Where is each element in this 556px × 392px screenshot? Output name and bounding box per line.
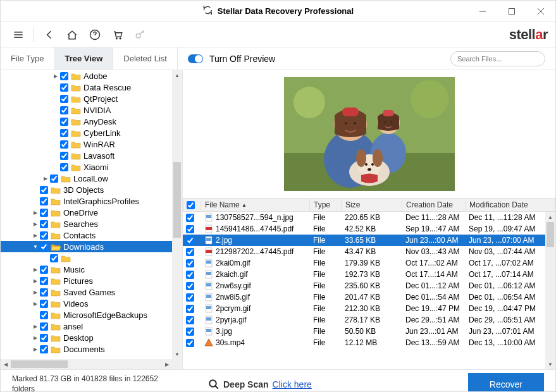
tree-item[interactable]: ▶Saved Games (1, 286, 172, 298)
tree-checkbox[interactable] (40, 220, 48, 228)
tree-checkbox[interactable] (40, 288, 48, 297)
tree-checkbox[interactable] (60, 95, 68, 103)
tab-deleted-list[interactable]: Deleted List (113, 47, 178, 70)
cart-button[interactable] (108, 25, 128, 45)
expand-icon[interactable]: ▶ (31, 267, 40, 273)
tree-checkbox[interactable] (60, 118, 68, 126)
table-row[interactable]: 2kaich.gifFile192.73 KBOct 17...:14 AMOc… (183, 269, 555, 280)
tree-item[interactable]: ▶OneDrive (1, 207, 172, 218)
tree[interactable]: ▶AdobeData RescueQtProjectNVIDIAAnyDeskC… (1, 70, 172, 359)
tree-item[interactable]: ▶Music (1, 264, 172, 275)
maximize-button[interactable] (497, 1, 526, 22)
tree-checkbox[interactable] (40, 243, 48, 251)
tree-checkbox[interactable] (40, 266, 48, 274)
table-row[interactable]: 30s.mp4File12.12 MBDec 13...:59 AMDec 13… (183, 337, 555, 348)
tree-item[interactable]: ▶ansel (1, 321, 172, 332)
expand-icon[interactable]: ▶ (51, 73, 60, 79)
expand-icon[interactable]: ▶ (31, 301, 40, 307)
table-row[interactable]: 130758527...594_n.jpgFile220.65 KBDec 11… (183, 212, 555, 223)
tree-item[interactable]: Lavasoft (1, 150, 172, 161)
tree-checkbox[interactable] (40, 300, 48, 308)
expand-icon[interactable]: ▶ (31, 233, 40, 238)
row-checkbox[interactable] (186, 328, 194, 336)
tab-file-type[interactable]: File Type (1, 47, 55, 70)
expand-icon[interactable]: ▶ (31, 290, 40, 295)
column-header-creation-date[interactable]: Creation Date (402, 199, 466, 211)
table-row[interactable]: 145941486...47445.pdfFile42.52 KBSep 19.… (183, 223, 555, 235)
tree-checkbox[interactable] (60, 83, 68, 92)
tree-item[interactable]: WinRAR (1, 138, 172, 150)
row-checkbox[interactable] (186, 248, 194, 256)
tree-checkbox[interactable] (40, 231, 48, 240)
tree-item[interactable]: Data Rescue (1, 82, 172, 93)
row-checkbox[interactable] (186, 339, 194, 347)
table-row[interactable]: 2kai0m.gifFile179.39 KBOct 17...:02 AMOc… (183, 257, 555, 269)
tree-checkbox[interactable] (40, 322, 48, 331)
expand-icon[interactable]: ▶ (31, 346, 40, 352)
expand-icon[interactable]: ▼ (31, 244, 40, 250)
expand-icon[interactable]: ▶ (31, 210, 40, 216)
row-checkbox[interactable] (186, 225, 194, 233)
back-button[interactable] (39, 25, 59, 45)
tree-checkbox[interactable] (60, 106, 68, 114)
help-button[interactable] (85, 25, 105, 45)
tree-item[interactable]: ▶Desktop (1, 332, 172, 343)
column-header-size[interactable]: Size (342, 199, 402, 211)
tree-checkbox[interactable] (60, 140, 68, 149)
table-row[interactable]: 2pyrja.gifFile278.17 KBDec 29...:51 AMDe… (183, 314, 555, 326)
expand-icon[interactable]: ▶ (41, 176, 50, 181)
expand-icon[interactable]: ▶ (31, 335, 40, 341)
minimize-button[interactable] (468, 1, 497, 22)
table-row[interactable]: 212987202...47445.pdfFile43.47 KBNov 03.… (183, 246, 555, 257)
tree-item[interactable]: ▶Adobe (1, 70, 172, 82)
tree-item[interactable]: CyberLink (1, 127, 172, 138)
table-row[interactable]: 3.jpgFile50.50 KBJun 23...:01 AMJun 23, … (183, 326, 555, 337)
tree-checkbox[interactable] (60, 72, 68, 80)
row-checkbox[interactable] (186, 293, 194, 302)
home-button[interactable] (62, 25, 82, 45)
tree-item[interactable]: AnyDesk (1, 116, 172, 127)
tree-item[interactable]: QtProject (1, 93, 172, 104)
tree-scrollbar-vertical[interactable]: ▲ ▼ (172, 70, 182, 359)
row-checkbox[interactable] (186, 282, 194, 290)
column-header-name[interactable]: File Name ▲ (201, 199, 310, 211)
row-checkbox[interactable] (186, 214, 194, 222)
expand-icon[interactable]: ▶ (31, 278, 40, 284)
key-button[interactable] (130, 25, 151, 45)
row-checkbox[interactable] (186, 271, 194, 279)
tab-tree-view[interactable]: Tree View (55, 47, 114, 70)
tree-item[interactable]: ▶Searches (1, 218, 172, 230)
row-checkbox[interactable] (186, 259, 194, 267)
tree-item[interactable]: MicrosoftEdgeBackups (1, 309, 172, 321)
tree-item[interactable]: ▶Pictures (1, 275, 172, 286)
tree-item[interactable]: 3D Objects (1, 184, 172, 195)
table-row[interactable]: 2pcrym.gifFile212.30 KBDec 19...:47 PMDe… (183, 303, 555, 314)
column-header-modification-date[interactable]: Modification Date (466, 199, 555, 211)
tree-checkbox[interactable] (60, 129, 68, 137)
select-all-checkbox[interactable] (187, 201, 195, 209)
tree-item[interactable]: ▶Videos (1, 298, 172, 309)
tree-item[interactable]: ▶LocalLow (1, 173, 172, 184)
column-header-type[interactable]: Type (310, 199, 342, 211)
tree-checkbox[interactable] (40, 186, 48, 194)
row-checkbox[interactable] (186, 236, 194, 245)
preview-toggle[interactable] (188, 54, 203, 63)
tree-item[interactable]: ▶Contacts (1, 230, 172, 241)
tree-checkbox[interactable] (40, 345, 48, 353)
menu-button[interactable] (8, 25, 28, 45)
tree-checkbox[interactable] (60, 163, 68, 171)
tree-checkbox[interactable] (60, 152, 68, 160)
tree-item[interactable] (1, 252, 172, 264)
tree-checkbox[interactable] (40, 334, 48, 342)
tree-checkbox[interactable] (40, 311, 48, 319)
recover-button[interactable]: Recover (468, 373, 544, 393)
tree-item[interactable]: IntelGraphicsProfiles (1, 195, 172, 207)
tree-item[interactable]: ▶Documents (1, 343, 172, 355)
tree-checkbox[interactable] (40, 277, 48, 285)
tree-item[interactable]: ▼Downloads (1, 241, 172, 252)
expand-icon[interactable]: ▶ (31, 324, 40, 329)
tree-scrollbar-horizontal[interactable]: ◀ ▶ (1, 359, 172, 369)
deep-scan-link[interactable]: Click here (273, 379, 312, 389)
table-row[interactable]: 2.jpgFile33.65 KBJun 23...:00 AMJun 23, … (183, 235, 555, 246)
tree-checkbox[interactable] (50, 254, 58, 262)
